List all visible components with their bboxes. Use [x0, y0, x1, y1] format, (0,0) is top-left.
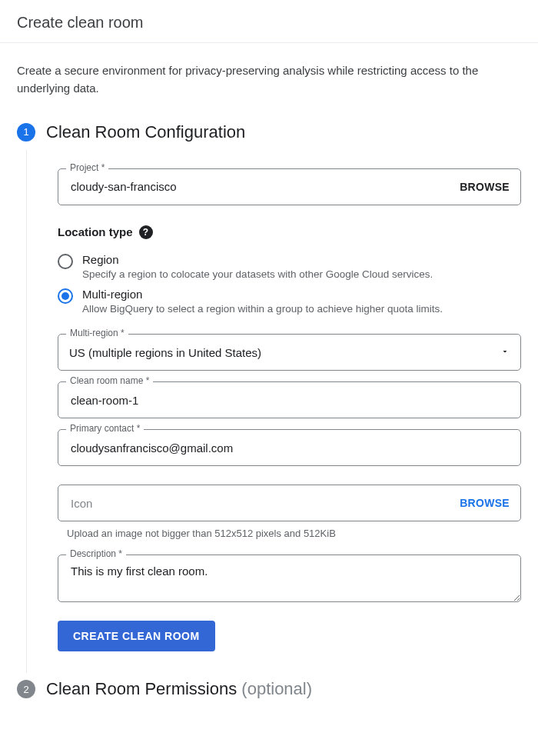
help-icon[interactable]: ? — [139, 225, 153, 239]
step-1-title: Clean Room Configuration — [46, 122, 245, 142]
step-1-badge: 1 — [17, 123, 35, 142]
step-1-body: Project * BROWSE Location type ? Region … — [26, 150, 521, 674]
radio-region-control[interactable] — [58, 254, 73, 269]
project-browse-button[interactable]: BROWSE — [460, 181, 510, 193]
cleanroom-name-input[interactable] — [69, 393, 510, 408]
project-field: Project * BROWSE — [58, 168, 521, 205]
multiregion-label: Multi-region * — [66, 328, 128, 338]
location-type-radio-group: Region Specify a region to colocate your… — [58, 248, 521, 319]
project-input[interactable] — [69, 179, 460, 194]
radio-region-desc: Specify a region to colocate your datase… — [82, 268, 433, 282]
icon-browse-button[interactable]: BROWSE — [460, 497, 510, 509]
radio-multiregion-control[interactable] — [58, 288, 73, 304]
project-label: Project * — [66, 162, 108, 173]
chevron-down-icon — [500, 346, 510, 358]
primary-contact-field: Primary contact * — [58, 429, 521, 466]
step-2-optional: (optional) — [241, 679, 312, 698]
multiregion-select[interactable]: US (multiple regions in United States) — [58, 334, 521, 371]
radio-multiregion-desc: Allow BigQuery to select a region within… — [82, 302, 443, 317]
page-description: Create a secure environment for privacy-… — [17, 62, 521, 98]
description-field: Description * — [58, 555, 521, 602]
icon-input[interactable] — [69, 496, 460, 511]
step-2-badge: 2 — [17, 680, 35, 698]
step-2-title: Clean Room Permissions (optional) — [46, 679, 312, 699]
step-2-header[interactable]: 2 Clean Room Permissions (optional) — [17, 679, 521, 699]
radio-multiregion[interactable]: Multi-region Allow BigQuery to select a … — [58, 283, 521, 318]
icon-field: BROWSE — [58, 485, 521, 521]
radio-multiregion-title: Multi-region — [82, 288, 443, 301]
cleanroom-name-field: Clean room name * — [58, 381, 521, 418]
primary-contact-input[interactable] — [69, 441, 510, 455]
page-title: Create clean room — [0, 0, 538, 43]
primary-contact-label: Primary contact * — [66, 423, 144, 434]
radio-region-title: Region — [82, 253, 433, 266]
radio-region[interactable]: Region Specify a region to colocate your… — [58, 248, 521, 284]
create-clean-room-button[interactable]: CREATE CLEAN ROOM — [58, 621, 215, 651]
multiregion-field: Multi-region * US (multiple regions in U… — [58, 334, 521, 371]
description-textarea[interactable] — [69, 563, 510, 592]
location-type-label: Location type ? — [58, 225, 521, 239]
multiregion-value: US (multiple regions in United States) — [69, 346, 494, 359]
main-content: Create a secure environment for privacy-… — [0, 43, 538, 722]
icon-helper-text: Upload an image not bigger than 512x512 … — [67, 528, 518, 539]
cleanroom-name-label: Clean room name * — [66, 375, 153, 386]
location-type-text: Location type — [58, 225, 133, 238]
step-1-header: 1 Clean Room Configuration — [17, 122, 521, 142]
description-label: Description * — [66, 548, 126, 559]
